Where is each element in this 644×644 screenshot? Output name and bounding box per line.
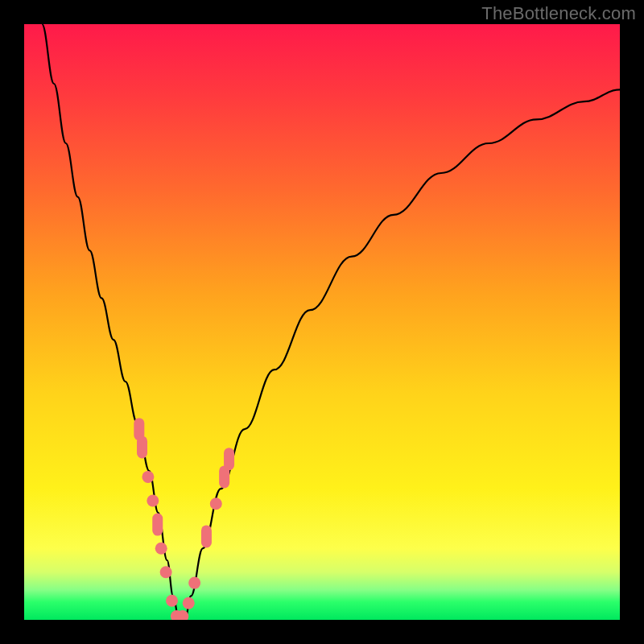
data-marker <box>183 597 195 609</box>
data-marker <box>224 448 234 470</box>
data-marker <box>160 566 172 578</box>
data-marker <box>210 497 222 510</box>
bottleneck-curve <box>42 24 620 620</box>
data-marker <box>147 495 159 507</box>
data-marker <box>166 595 178 607</box>
plot-area <box>24 24 620 620</box>
data-marker <box>137 436 147 458</box>
watermark-label: TheBottleneck.com <box>481 3 636 24</box>
data-marker <box>142 471 154 483</box>
data-marker <box>188 577 200 589</box>
data-marker <box>155 543 167 555</box>
data-marker <box>201 525 212 547</box>
data-markers <box>134 418 234 620</box>
data-marker <box>152 514 163 536</box>
curve-svg <box>24 24 620 620</box>
chart-frame: TheBottleneck.com <box>0 0 644 644</box>
